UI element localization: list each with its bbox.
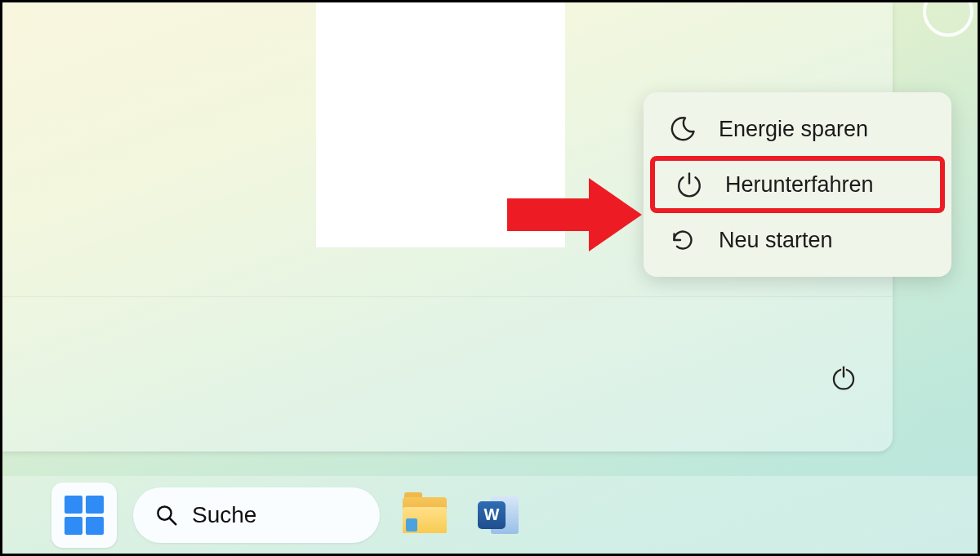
word-icon: W bbox=[478, 495, 519, 536]
annotation-arrow bbox=[499, 170, 646, 260]
restart-icon bbox=[666, 224, 699, 256]
menu-item-restart[interactable]: Neu starten bbox=[648, 211, 947, 269]
search-label: Suche bbox=[192, 502, 256, 528]
search-box[interactable]: Suche bbox=[133, 487, 380, 543]
taskbar-icon-explorer[interactable] bbox=[396, 483, 453, 548]
menu-item-label: Energie sparen bbox=[719, 117, 868, 142]
menu-item-sleep[interactable]: Energie sparen bbox=[648, 100, 947, 158]
decorative-arc bbox=[923, 2, 973, 37]
folder-icon bbox=[403, 497, 447, 533]
svg-marker-4 bbox=[507, 178, 642, 251]
power-button[interactable] bbox=[827, 362, 860, 394]
power-icon bbox=[673, 168, 706, 201]
power-options-menu: Energie sparen Herunterfahren Neu starte… bbox=[644, 92, 951, 277]
power-icon bbox=[830, 364, 858, 392]
menu-item-label: Neu starten bbox=[719, 228, 833, 253]
taskbar-icon-word[interactable]: W bbox=[470, 483, 527, 548]
menu-item-shutdown[interactable]: Herunterfahren bbox=[650, 156, 945, 213]
screenshot-frame: Energie sparen Herunterfahren Neu starte… bbox=[2, 2, 978, 554]
moon-icon bbox=[666, 113, 699, 145]
windows-logo-icon bbox=[65, 496, 104, 535]
start-button[interactable] bbox=[51, 483, 117, 548]
search-icon bbox=[154, 503, 179, 527]
svg-line-6 bbox=[170, 518, 176, 524]
menu-item-label: Herunterfahren bbox=[725, 172, 874, 198]
taskbar: Suche W bbox=[2, 476, 978, 554]
